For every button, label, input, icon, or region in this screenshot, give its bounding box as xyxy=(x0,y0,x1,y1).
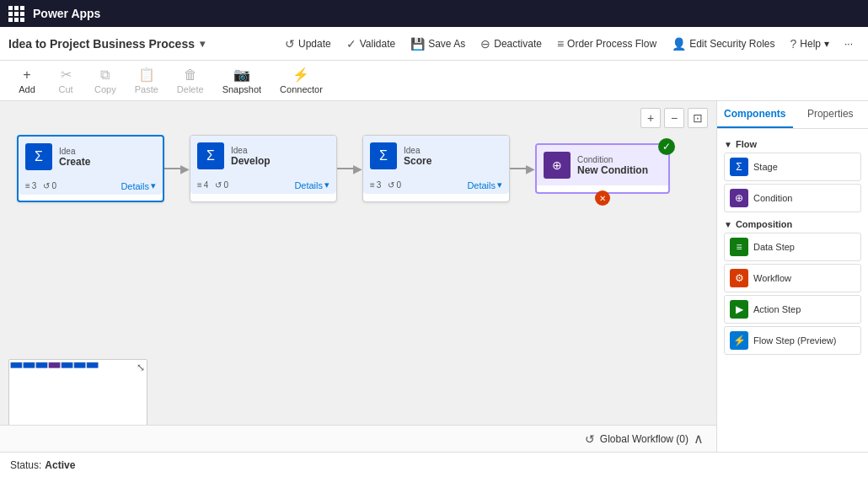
loops-icon: ↺ xyxy=(43,181,50,190)
component-action-step[interactable]: ▶ Action Step xyxy=(724,295,861,324)
connector-icon: ⚡ xyxy=(292,67,309,83)
flow-node-idea-develop[interactable]: Σ Idea Develop ≡ 4 ↺ 0 xyxy=(190,135,337,202)
update-button[interactable]: ↺ Update xyxy=(278,34,338,54)
steps-count: 3 xyxy=(32,181,37,190)
details-chevron: ▾ xyxy=(497,180,502,190)
paste-button[interactable]: 📋 Paste xyxy=(126,63,167,98)
copy-button[interactable]: ⧉ Copy xyxy=(86,64,125,98)
steps-stat: ≡ 3 xyxy=(25,181,36,190)
app-name: Power Apps xyxy=(33,7,100,20)
details-button-2[interactable]: Details ▾ xyxy=(294,180,330,190)
flow-step-label: Flow Step (Preview) xyxy=(753,335,836,346)
component-data-step[interactable]: ≡ Data Step xyxy=(724,233,861,261)
component-stage[interactable]: Σ Stage xyxy=(724,153,861,181)
node-icon-blue: Σ xyxy=(197,142,224,169)
add-label: Add xyxy=(19,84,35,94)
details-chevron: ▾ xyxy=(324,180,330,190)
node-stats: ≡ 4 ↺ 0 xyxy=(197,180,228,190)
flow-container: Σ Idea Create ≡ 3 ↺ 0 xyxy=(17,135,670,202)
connector-label: Connector xyxy=(280,84,323,94)
tab-properties[interactable]: Properties xyxy=(793,101,869,128)
condition-check-icon: ✓ xyxy=(658,138,675,155)
deactivate-button[interactable]: ⊖ Deactivate xyxy=(474,34,549,54)
steps-stat: ≡ 3 xyxy=(370,180,381,190)
save-as-button[interactable]: 💾 Save As xyxy=(404,34,472,54)
zoom-out-button[interactable]: − xyxy=(664,108,684,128)
connector-1: ▶ xyxy=(164,162,190,175)
node-name: New Condition xyxy=(577,164,662,176)
paste-icon: 📋 xyxy=(138,67,155,83)
minimap-node-1 xyxy=(10,362,22,368)
copy-label: Copy xyxy=(94,84,116,94)
add-icon: + xyxy=(23,67,30,83)
flow-node-idea-score[interactable]: Σ Idea Score ≡ 3 ↺ 0 xyxy=(362,135,510,202)
right-panel: Components Properties ▼ Flow Σ Stage ⊕ C… xyxy=(716,101,868,452)
snapshot-button[interactable]: 📷 Snapshot xyxy=(214,63,270,98)
workflow-label: Workflow xyxy=(753,273,791,283)
help-button[interactable]: ? Help ▾ xyxy=(784,34,836,54)
minimap-node-6 xyxy=(74,362,86,368)
status-value: Active xyxy=(45,459,75,471)
steps-icon: ≡ xyxy=(197,180,202,190)
more-button[interactable]: ··· xyxy=(838,35,860,53)
delete-icon: 🗑 xyxy=(184,67,197,83)
node-icon-blue: Σ xyxy=(370,142,397,169)
steps-count: 3 xyxy=(377,180,382,190)
action-step-label: Action Step xyxy=(753,304,801,314)
component-workflow[interactable]: ⚙ Workflow xyxy=(724,264,861,292)
cut-button[interactable]: ✂ Cut xyxy=(47,63,84,98)
canvas[interactable]: + − ⊡ Σ Idea Create ≡ xyxy=(0,101,716,452)
node-info: Idea Develop xyxy=(231,146,330,167)
minimap-expand-icon[interactable]: ⤡ xyxy=(137,362,145,373)
flow-node-idea-create[interactable]: Σ Idea Create ≡ 3 ↺ 0 xyxy=(17,135,164,202)
minimap-node-5 xyxy=(62,362,73,368)
process-title[interactable]: Idea to Project Business Process ▾ xyxy=(8,37,205,51)
details-chevron: ▾ xyxy=(151,180,156,191)
loops-stat: ↺ 0 xyxy=(215,180,228,190)
zoom-in-button[interactable]: + xyxy=(640,108,661,128)
panel-content: ▼ Flow Σ Stage ⊕ Condition ▼ Composition… xyxy=(717,129,868,452)
title-chevron-icon[interactable]: ▾ xyxy=(200,38,205,50)
process-title-text: Idea to Project Business Process xyxy=(8,37,195,51)
details-button-1[interactable]: Details ▾ xyxy=(121,180,156,191)
more-icon: ··· xyxy=(844,38,853,50)
minimap-node-2 xyxy=(23,362,35,368)
waffle-icon[interactable] xyxy=(8,6,24,22)
validate-label: Validate xyxy=(360,38,395,50)
details-label: Details xyxy=(121,181,149,191)
tab-components[interactable]: Components xyxy=(717,101,793,128)
steps-icon: ≡ xyxy=(370,180,375,190)
component-flow-step[interactable]: ⚡ Flow Step (Preview) xyxy=(724,326,861,355)
node-header: Σ Idea Develop xyxy=(190,136,336,176)
flow-step-icon: ⚡ xyxy=(730,331,748,350)
node-stats: ≡ 3 ↺ 0 xyxy=(25,181,56,190)
order-process-flow-button[interactable]: ≡ Order Process Flow xyxy=(550,34,663,54)
connector-button[interactable]: ⚡ Connector xyxy=(271,63,331,98)
loops-count: 0 xyxy=(396,180,401,190)
section-arrow-composition: ▼ xyxy=(724,220,732,229)
add-button[interactable]: + Add xyxy=(8,64,46,98)
fit-button[interactable]: ⊡ xyxy=(688,108,708,128)
section-title-flow: ▼ Flow xyxy=(724,139,861,149)
node-stats: ≡ 3 ↺ 0 xyxy=(370,180,401,190)
node-category: Idea xyxy=(231,146,330,155)
loops-icon: ↺ xyxy=(215,180,222,190)
data-step-label: Data Step xyxy=(753,242,795,252)
minimap-node-7 xyxy=(87,362,99,368)
delete-button[interactable]: 🗑 Delete xyxy=(169,64,212,98)
component-condition[interactable]: ⊕ Condition xyxy=(724,184,861,212)
validate-button[interactable]: ✓ Validate xyxy=(340,34,402,54)
steps-stat: ≡ 4 xyxy=(197,180,208,190)
update-label: Update xyxy=(298,38,331,50)
top-nav-bar: Power Apps xyxy=(0,0,868,27)
steps-icon: ≡ xyxy=(25,181,30,190)
details-button-3[interactable]: Details ▾ xyxy=(467,180,502,190)
flow-node-condition[interactable]: ⊕ Condition New Condition ✓ ✕ xyxy=(535,143,670,194)
cut-label: Cut xyxy=(58,84,72,94)
cut-icon: ✂ xyxy=(61,67,72,83)
edit-security-button[interactable]: 👤 Edit Security Roles xyxy=(665,34,781,54)
node-info: Condition New Condition xyxy=(577,155,662,176)
steps-count: 4 xyxy=(204,180,209,190)
global-workflow-expand-icon[interactable]: ∧ xyxy=(694,431,704,447)
help-icon: ? xyxy=(790,37,797,51)
